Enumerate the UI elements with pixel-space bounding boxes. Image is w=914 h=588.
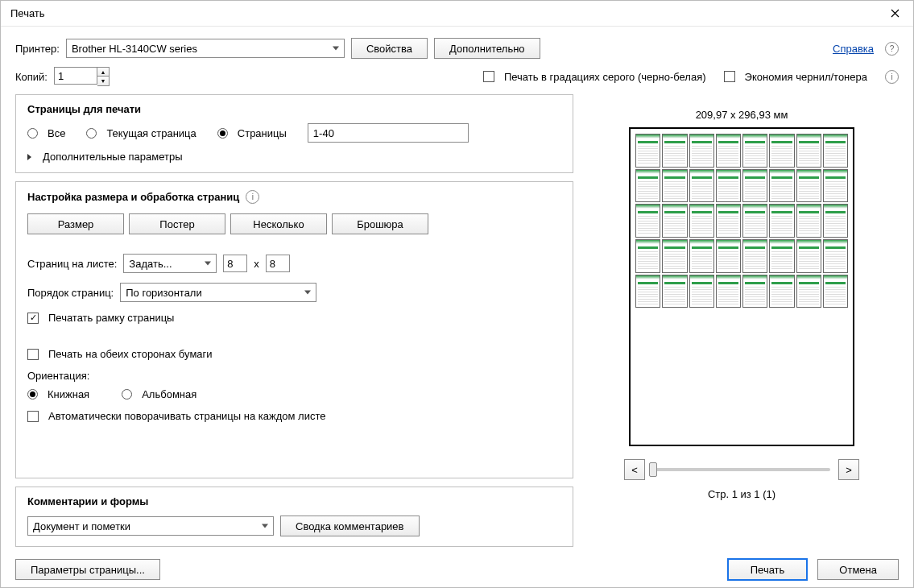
- preview-thumbnail: [662, 204, 687, 238]
- preview-thumbnail: [689, 275, 714, 308]
- radio-landscape[interactable]: Альбомная: [122, 388, 196, 400]
- preview-thumbnail: [716, 169, 741, 203]
- preview-thumbnail: [635, 204, 660, 238]
- preview-thumbnail: [742, 204, 767, 238]
- preview-thumbnail: [769, 275, 794, 308]
- poster-tab-button[interactable]: Постер: [129, 213, 225, 234]
- preview-dimensions: 209,97 x 296,93 мм: [696, 109, 788, 121]
- radio-pages[interactable]: Страницы: [217, 127, 287, 139]
- help-icon[interactable]: ?: [885, 42, 899, 56]
- preview-thumbnail: [662, 275, 687, 308]
- radio-portrait[interactable]: Книжная: [27, 388, 89, 400]
- preview-thumbnail: [823, 275, 848, 308]
- pages-panel-title: Страницы для печати: [27, 103, 561, 115]
- page-order-select[interactable]: По горизонтали: [120, 283, 316, 302]
- preview-thumbnail: [823, 169, 848, 203]
- window-title: Печать: [10, 7, 877, 19]
- page-setup-button[interactable]: Параметры страницы...: [15, 559, 160, 580]
- preview-thumbnail: [769, 134, 794, 168]
- booklet-tab-button[interactable]: Брошюра: [332, 213, 428, 234]
- rows-input[interactable]: [266, 255, 290, 272]
- preview-thumbnail: [635, 169, 660, 203]
- preview-thumbnail: [742, 134, 767, 168]
- zoom-slider-thumb[interactable]: [649, 462, 657, 477]
- preview-thumbnail: [662, 239, 687, 273]
- preview-thumbnail: [742, 239, 767, 273]
- preview-thumbnail: [823, 204, 848, 238]
- preview-thumbnail: [796, 239, 821, 273]
- page-order-label: Порядок страниц:: [27, 287, 114, 299]
- preview-thumbnail: [823, 134, 848, 168]
- size-tab-button[interactable]: Размер: [27, 213, 124, 234]
- auto-rotate-checkbox[interactable]: Автоматически поворачивать страницы на к…: [27, 410, 561, 422]
- preview-thumbnail: [823, 239, 848, 273]
- preview-thumbnail: [716, 134, 741, 168]
- copies-input[interactable]: [54, 67, 97, 85]
- preview-thumbnail: [796, 134, 821, 168]
- preview-thumbnail: [742, 275, 767, 308]
- preview-thumbnail: [635, 275, 660, 308]
- comments-select[interactable]: Документ и пометки: [27, 516, 274, 536]
- grayscale-checkbox[interactable]: Печать в градациях серого (черно-белая): [483, 71, 706, 83]
- preview-thumbnail: [796, 169, 821, 203]
- print-border-checkbox[interactable]: Печатать рамку страницы: [27, 312, 561, 324]
- preview-thumbnail: [689, 204, 714, 238]
- save-ink-checkbox[interactable]: Экономия чернил/тонера: [724, 71, 867, 83]
- radio-all[interactable]: Все: [27, 127, 65, 139]
- preview-thumbnail: [716, 239, 741, 273]
- zoom-slider[interactable]: [653, 468, 830, 471]
- next-page-button[interactable]: >: [838, 459, 859, 480]
- preview-thumbnail: [689, 134, 714, 168]
- preview-thumbnail: [635, 134, 660, 168]
- help-link[interactable]: Справка: [833, 43, 874, 55]
- preview-thumbnail: [769, 204, 794, 238]
- print-button[interactable]: Печать: [727, 558, 809, 581]
- pages-input[interactable]: [308, 123, 469, 143]
- comments-panel-title: Комментарии и формы: [27, 495, 561, 507]
- radio-current[interactable]: Текущая страница: [86, 127, 196, 139]
- page-counter: Стр. 1 из 1 (1): [708, 488, 775, 500]
- preview-thumbnail: [769, 169, 794, 203]
- preview-thumbnail: [716, 204, 741, 238]
- cols-x-rows-sep: x: [254, 258, 259, 270]
- duplex-checkbox[interactable]: Печать на обеих сторонах бумаги: [27, 348, 561, 360]
- cancel-button[interactable]: Отмена: [817, 559, 899, 580]
- copies-label: Копий:: [15, 71, 48, 83]
- printer-label: Принтер:: [15, 43, 60, 55]
- preview-thumbnail: [662, 169, 687, 203]
- orientation-label: Ориентация:: [27, 370, 561, 382]
- advanced-button[interactable]: Дополнительно: [434, 38, 540, 59]
- copies-up[interactable]: ▲: [97, 68, 109, 77]
- preview-thumbnail: [716, 275, 741, 308]
- pages-per-sheet-select[interactable]: Задать...: [123, 254, 217, 273]
- save-ink-label: Экономия чернил/тонера: [745, 71, 867, 83]
- multiple-tab-button[interactable]: Несколько: [230, 213, 327, 234]
- pages-per-sheet-label: Страниц на листе:: [27, 258, 117, 270]
- cols-input[interactable]: [223, 255, 247, 272]
- prev-page-button[interactable]: <: [624, 459, 645, 480]
- close-button[interactable]: [877, 1, 913, 27]
- preview-thumbnail: [689, 169, 714, 203]
- more-options-toggle[interactable]: Дополнительные параметры: [27, 151, 561, 163]
- preview-page: [629, 127, 854, 446]
- ink-info-icon[interactable]: i: [885, 70, 899, 84]
- preview-thumbnail: [635, 239, 660, 273]
- handling-panel-title: Настройка размера и обработка страниц: [27, 191, 239, 203]
- copies-down[interactable]: ▼: [97, 77, 109, 85]
- handling-info-icon[interactable]: i: [246, 190, 259, 204]
- properties-button[interactable]: Свойства: [351, 38, 428, 59]
- summarize-comments-button[interactable]: Сводка комментариев: [280, 516, 420, 536]
- printer-value: Brother HL-3140CW series: [72, 43, 197, 55]
- preview-thumbnail: [662, 134, 687, 168]
- preview-thumbnail: [689, 239, 714, 273]
- preview-thumbnail: [796, 204, 821, 238]
- chevron-right-icon: [27, 154, 31, 160]
- preview-thumbnail: [796, 275, 821, 308]
- printer-select[interactable]: Brother HL-3140CW series: [66, 39, 345, 58]
- preview-thumbnail: [742, 169, 767, 203]
- preview-thumbnail: [769, 239, 794, 273]
- grayscale-label: Печать в градациях серого (черно-белая): [504, 71, 706, 83]
